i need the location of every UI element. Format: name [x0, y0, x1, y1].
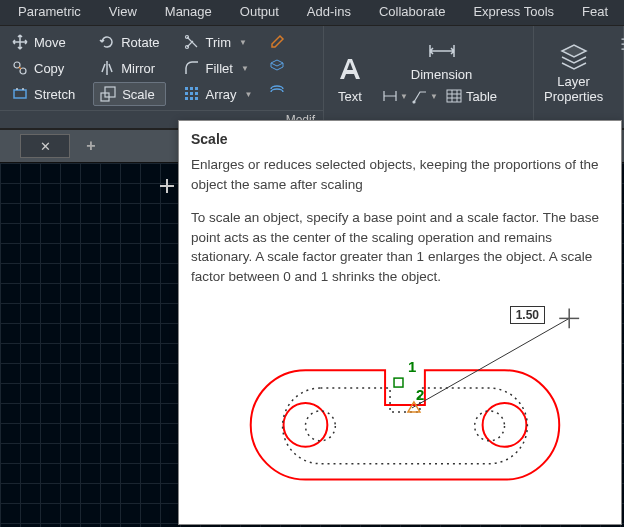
leader-icon — [412, 88, 428, 104]
crosshair-cursor — [160, 185, 174, 187]
offset-icon — [269, 81, 285, 97]
text-button[interactable]: Text — [324, 26, 376, 106]
tab-view[interactable]: View — [95, 0, 151, 25]
move-icon — [12, 34, 28, 50]
close-tab-button[interactable]: ✕ — [20, 134, 70, 158]
stretch-icon — [12, 86, 28, 102]
scale-value-label: 1.50 — [510, 306, 545, 324]
step-2-marker: 2 — [416, 386, 424, 403]
dimension-button[interactable]: Dimension — [376, 26, 507, 82]
tab-express[interactable]: Express Tools — [459, 0, 568, 25]
copy-button[interactable]: Copy — [6, 56, 81, 80]
array-button[interactable]: Array ▼ — [178, 82, 259, 106]
layer-states-icon[interactable] — [619, 34, 624, 54]
scale-label: Scale — [122, 87, 155, 102]
svg-rect-2 — [14, 90, 26, 98]
ribbon: Move Copy Stretch — [0, 26, 624, 129]
dimension-label: Dimension — [411, 67, 472, 82]
dd-icon[interactable]: ▼ — [430, 92, 438, 101]
scale-button[interactable]: Scale — [93, 82, 165, 106]
plus-icon: + — [86, 137, 95, 155]
layer-properties-button[interactable]: Layer Properties — [534, 26, 613, 106]
linear-dim-button[interactable]: ▼ — [382, 85, 408, 107]
svg-rect-14 — [190, 97, 193, 100]
new-tab-button[interactable]: + — [80, 135, 102, 157]
tab-collaborate[interactable]: Collaborate — [365, 0, 460, 25]
svg-rect-13 — [185, 97, 188, 100]
tooltip-description: To scale an object, specify a base point… — [191, 208, 609, 286]
panel-layers: Layer Properties — [534, 26, 624, 128]
scale-tooltip: Scale Enlarges or reduces selected objec… — [178, 120, 622, 525]
svg-rect-15 — [195, 97, 198, 100]
svg-point-21 — [475, 411, 505, 441]
linear-dim-icon — [382, 88, 398, 104]
svg-point-18 — [284, 403, 328, 447]
svg-rect-4 — [105, 87, 115, 97]
explode-button[interactable] — [264, 54, 290, 76]
rotate-button[interactable]: Rotate — [93, 30, 165, 54]
tab-addins[interactable]: Add-ins — [293, 0, 365, 25]
trim-dropdown-icon[interactable]: ▼ — [239, 38, 247, 47]
mirror-label: Mirror — [121, 61, 155, 76]
table-label: Table — [466, 89, 497, 104]
fillet-dropdown-icon[interactable]: ▼ — [241, 64, 249, 73]
svg-point-16 — [413, 101, 415, 103]
table-icon — [446, 88, 462, 104]
offset-button[interactable] — [264, 78, 290, 100]
close-icon: ✕ — [40, 139, 51, 154]
dd-icon[interactable]: ▼ — [400, 92, 408, 101]
array-dropdown-icon[interactable]: ▼ — [245, 90, 253, 99]
erase-button[interactable] — [264, 30, 290, 52]
erase-icon — [269, 33, 285, 49]
panel-annotation: Text Dimension ▼ — [324, 26, 534, 128]
tooltip-summary: Enlarges or reduces selected objects, ke… — [191, 155, 609, 194]
trim-button[interactable]: Trim ▼ — [178, 30, 259, 54]
copy-label: Copy — [34, 61, 64, 76]
svg-rect-10 — [185, 92, 188, 95]
copy-icon — [12, 60, 28, 76]
fillet-label: Fillet — [206, 61, 233, 76]
array-label: Array — [206, 87, 237, 102]
stretch-label: Stretch — [34, 87, 75, 102]
layers-icon — [558, 39, 590, 71]
rotate-icon — [99, 34, 115, 50]
scale-icon — [100, 86, 116, 102]
tab-output[interactable]: Output — [226, 0, 293, 25]
move-button[interactable]: Move — [6, 30, 81, 54]
svg-rect-7 — [185, 87, 188, 90]
mirror-button[interactable]: Mirror — [93, 56, 165, 80]
step-1-marker: 1 — [408, 359, 416, 376]
svg-rect-8 — [190, 87, 193, 90]
svg-rect-9 — [195, 87, 198, 90]
tooltip-title: Scale — [191, 131, 609, 147]
svg-rect-25 — [394, 378, 403, 387]
tab-featured[interactable]: Feat — [568, 0, 622, 25]
trim-label: Trim — [206, 35, 232, 50]
dimension-icon — [426, 39, 458, 63]
tab-parametric[interactable]: Parametric — [4, 0, 95, 25]
array-icon — [184, 86, 200, 102]
fillet-icon — [184, 60, 200, 76]
panel-modify: Move Copy Stretch — [0, 26, 324, 128]
move-label: Move — [34, 35, 66, 50]
text-label: Text — [338, 89, 362, 104]
svg-point-20 — [305, 411, 335, 441]
layer-label-2: Properties — [544, 89, 603, 104]
mirror-icon — [99, 60, 115, 76]
text-icon — [334, 53, 366, 85]
svg-line-22 — [412, 319, 569, 409]
svg-rect-12 — [195, 92, 198, 95]
tooltip-diagram: 1.50 1 2 — [191, 300, 609, 500]
svg-rect-17 — [447, 90, 461, 102]
leader-button[interactable]: ▼ — [412, 85, 438, 107]
stretch-button[interactable]: Stretch — [6, 82, 81, 106]
svg-rect-11 — [190, 92, 193, 95]
tab-manage[interactable]: Manage — [151, 0, 226, 25]
rotate-label: Rotate — [121, 35, 159, 50]
explode-icon — [269, 57, 285, 73]
menu-tabs: Parametric View Manage Output Add-ins Co… — [0, 0, 624, 26]
fillet-button[interactable]: Fillet ▼ — [178, 56, 259, 80]
svg-point-19 — [483, 403, 527, 447]
layer-label-1: Layer — [557, 74, 590, 89]
table-button[interactable]: Table — [442, 85, 501, 107]
